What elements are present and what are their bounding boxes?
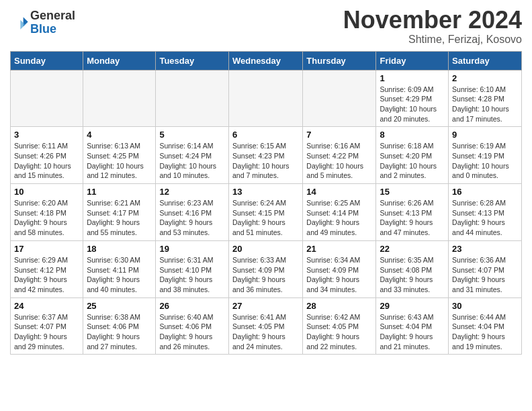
weekday-header: Monday — [83, 51, 156, 70]
calendar-cell: 23Sunrise: 6:36 AM Sunset: 4:07 PM Dayli… — [449, 240, 522, 298]
calendar-cell: 28Sunrise: 6:42 AM Sunset: 4:05 PM Dayli… — [303, 298, 376, 355]
day-number: 28 — [306, 301, 372, 311]
calendar-cell: 2Sunrise: 6:10 AM Sunset: 4:28 PM Daylig… — [449, 70, 522, 127]
day-info: Sunrise: 6:38 AM Sunset: 4:06 PM Dayligh… — [87, 312, 152, 352]
day-info: Sunrise: 6:30 AM Sunset: 4:11 PM Dayligh… — [87, 255, 152, 295]
day-number: 9 — [452, 130, 518, 140]
day-info: Sunrise: 6:23 AM Sunset: 4:16 PM Dayligh… — [159, 198, 225, 238]
logo-general: General — [30, 9, 75, 23]
calendar-cell: 8Sunrise: 6:18 AM Sunset: 4:20 PM Daylig… — [376, 127, 449, 184]
day-info: Sunrise: 6:43 AM Sunset: 4:04 PM Dayligh… — [380, 312, 445, 352]
calendar-cell — [83, 70, 156, 127]
weekday-header: Saturday — [449, 51, 522, 70]
calendar-cell: 19Sunrise: 6:31 AM Sunset: 4:10 PM Dayli… — [156, 240, 229, 298]
calendar-cell: 11Sunrise: 6:21 AM Sunset: 4:17 PM Dayli… — [83, 184, 156, 241]
day-info: Sunrise: 6:35 AM Sunset: 4:08 PM Dayligh… — [380, 255, 445, 295]
day-info: Sunrise: 6:41 AM Sunset: 4:05 PM Dayligh… — [232, 312, 299, 352]
day-info: Sunrise: 6:10 AM Sunset: 4:28 PM Dayligh… — [452, 85, 518, 124]
day-info: Sunrise: 6:14 AM Sunset: 4:24 PM Dayligh… — [159, 141, 225, 181]
calendar-cell: 16Sunrise: 6:28 AM Sunset: 4:13 PM Dayli… — [449, 184, 522, 241]
day-info: Sunrise: 6:16 AM Sunset: 4:22 PM Dayligh… — [306, 141, 372, 181]
weekday-header: Thursday — [303, 51, 376, 70]
day-info: Sunrise: 6:19 AM Sunset: 4:19 PM Dayligh… — [452, 141, 518, 181]
day-info: Sunrise: 6:36 AM Sunset: 4:07 PM Dayligh… — [452, 255, 518, 295]
day-info: Sunrise: 6:33 AM Sunset: 4:09 PM Dayligh… — [232, 255, 299, 295]
calendar-cell: 20Sunrise: 6:33 AM Sunset: 4:09 PM Dayli… — [228, 240, 302, 298]
calendar-cell: 9Sunrise: 6:19 AM Sunset: 4:19 PM Daylig… — [449, 127, 522, 184]
day-number: 2 — [452, 73, 518, 83]
calendar-cell: 4Sunrise: 6:13 AM Sunset: 4:25 PM Daylig… — [83, 127, 156, 184]
calendar-cell: 17Sunrise: 6:29 AM Sunset: 4:12 PM Dayli… — [11, 240, 83, 298]
day-number: 25 — [87, 301, 152, 311]
day-number: 23 — [452, 244, 518, 254]
weekday-header: Friday — [376, 51, 449, 70]
day-number: 11 — [87, 187, 152, 197]
day-number: 16 — [452, 187, 518, 197]
day-info: Sunrise: 6:09 AM Sunset: 4:29 PM Dayligh… — [380, 85, 445, 124]
week-row: 10Sunrise: 6:20 AM Sunset: 4:18 PM Dayli… — [11, 184, 522, 241]
calendar-cell: 22Sunrise: 6:35 AM Sunset: 4:08 PM Dayli… — [376, 240, 449, 298]
calendar-cell — [303, 70, 376, 127]
calendar-cell: 29Sunrise: 6:43 AM Sunset: 4:04 PM Dayli… — [376, 298, 449, 355]
day-number: 5 — [159, 130, 225, 140]
day-number: 19 — [159, 244, 225, 254]
day-number: 29 — [380, 301, 445, 311]
calendar-cell — [228, 70, 302, 127]
page-subtitle: Shtime, Ferizaj, Kosovo — [343, 34, 522, 46]
weekday-header: Sunday — [11, 51, 83, 70]
logo: General Blue — [10, 9, 75, 36]
day-number: 22 — [380, 244, 445, 254]
day-number: 7 — [306, 130, 372, 140]
calendar-cell: 18Sunrise: 6:30 AM Sunset: 4:11 PM Dayli… — [83, 240, 156, 298]
day-number: 15 — [380, 187, 445, 197]
calendar-cell: 26Sunrise: 6:40 AM Sunset: 4:06 PM Dayli… — [156, 298, 229, 355]
day-number: 21 — [306, 244, 372, 254]
calendar-cell: 27Sunrise: 6:41 AM Sunset: 4:05 PM Dayli… — [228, 298, 302, 355]
header: General Blue November 2024 Shtime, Feriz… — [10, 7, 522, 46]
calendar-cell: 13Sunrise: 6:24 AM Sunset: 4:15 PM Dayli… — [228, 184, 302, 241]
week-row: 17Sunrise: 6:29 AM Sunset: 4:12 PM Dayli… — [11, 240, 522, 298]
day-info: Sunrise: 6:42 AM Sunset: 4:05 PM Dayligh… — [306, 312, 372, 352]
weekday-header-row: SundayMondayTuesdayWednesdayThursdayFrid… — [11, 51, 522, 70]
day-info: Sunrise: 6:13 AM Sunset: 4:25 PM Dayligh… — [87, 141, 152, 181]
day-info: Sunrise: 6:31 AM Sunset: 4:10 PM Dayligh… — [159, 255, 225, 295]
day-info: Sunrise: 6:15 AM Sunset: 4:23 PM Dayligh… — [232, 141, 299, 181]
calendar-cell: 12Sunrise: 6:23 AM Sunset: 4:16 PM Dayli… — [156, 184, 229, 241]
calendar-cell: 7Sunrise: 6:16 AM Sunset: 4:22 PM Daylig… — [303, 127, 376, 184]
day-info: Sunrise: 6:44 AM Sunset: 4:04 PM Dayligh… — [452, 312, 518, 352]
calendar-cell: 1Sunrise: 6:09 AM Sunset: 4:29 PM Daylig… — [376, 70, 449, 127]
day-number: 18 — [87, 244, 152, 254]
calendar-cell — [156, 70, 229, 127]
calendar-cell: 21Sunrise: 6:34 AM Sunset: 4:09 PM Dayli… — [303, 240, 376, 298]
day-info: Sunrise: 6:29 AM Sunset: 4:12 PM Dayligh… — [14, 255, 79, 295]
day-number: 14 — [306, 187, 372, 197]
day-info: Sunrise: 6:28 AM Sunset: 4:13 PM Dayligh… — [452, 198, 518, 238]
calendar-cell: 25Sunrise: 6:38 AM Sunset: 4:06 PM Dayli… — [83, 298, 156, 355]
calendar-cell: 10Sunrise: 6:20 AM Sunset: 4:18 PM Dayli… — [11, 184, 83, 241]
logo-icon — [10, 13, 29, 32]
calendar-cell: 15Sunrise: 6:26 AM Sunset: 4:13 PM Dayli… — [376, 184, 449, 241]
week-row: 3Sunrise: 6:11 AM Sunset: 4:26 PM Daylig… — [11, 127, 522, 184]
day-info: Sunrise: 6:34 AM Sunset: 4:09 PM Dayligh… — [306, 255, 372, 295]
day-number: 6 — [232, 130, 299, 140]
calendar-cell: 6Sunrise: 6:15 AM Sunset: 4:23 PM Daylig… — [228, 127, 302, 184]
day-info: Sunrise: 6:37 AM Sunset: 4:07 PM Dayligh… — [14, 312, 79, 352]
day-info: Sunrise: 6:11 AM Sunset: 4:26 PM Dayligh… — [14, 141, 79, 181]
day-info: Sunrise: 6:20 AM Sunset: 4:18 PM Dayligh… — [14, 198, 79, 238]
day-number: 26 — [159, 301, 225, 311]
calendar-cell: 24Sunrise: 6:37 AM Sunset: 4:07 PM Dayli… — [11, 298, 83, 355]
day-info: Sunrise: 6:26 AM Sunset: 4:13 PM Dayligh… — [380, 198, 445, 238]
day-info: Sunrise: 6:40 AM Sunset: 4:06 PM Dayligh… — [159, 312, 225, 352]
week-row: 1Sunrise: 6:09 AM Sunset: 4:29 PM Daylig… — [11, 70, 522, 127]
calendar-cell: 3Sunrise: 6:11 AM Sunset: 4:26 PM Daylig… — [11, 127, 83, 184]
calendar-cell: 5Sunrise: 6:14 AM Sunset: 4:24 PM Daylig… — [156, 127, 229, 184]
page: General Blue November 2024 Shtime, Feriz… — [0, 0, 532, 361]
day-number: 30 — [452, 301, 518, 311]
day-number: 13 — [232, 187, 299, 197]
day-number: 8 — [380, 130, 445, 140]
day-number: 4 — [87, 130, 152, 140]
day-number: 20 — [232, 244, 299, 254]
calendar-cell: 14Sunrise: 6:25 AM Sunset: 4:14 PM Dayli… — [303, 184, 376, 241]
day-info: Sunrise: 6:25 AM Sunset: 4:14 PM Dayligh… — [306, 198, 372, 238]
day-info: Sunrise: 6:21 AM Sunset: 4:17 PM Dayligh… — [87, 198, 152, 238]
